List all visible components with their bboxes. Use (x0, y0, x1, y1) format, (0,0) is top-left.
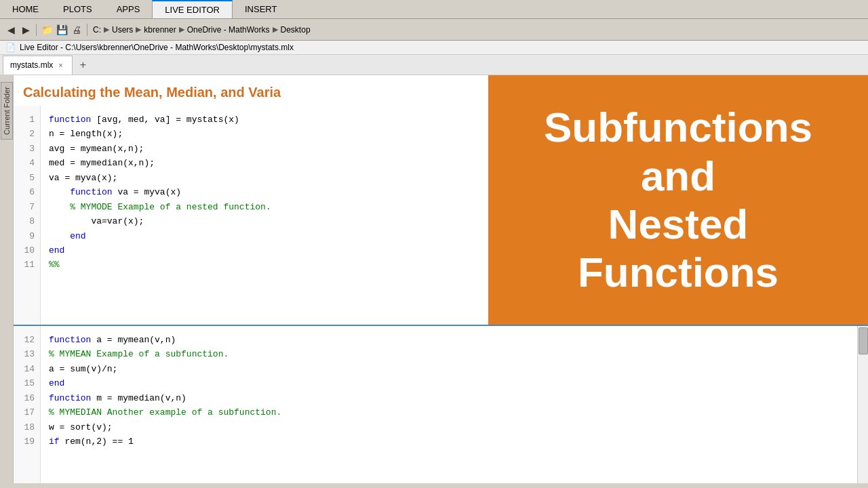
line-numbers-top: 1234567891011 (14, 106, 41, 325)
live-editor-header: 📄 Live Editor - C:\Users\kbrenner\OneDri… (0, 41, 868, 55)
file-tab-mystats[interactable]: mystats.mlx × (3, 56, 73, 75)
menu-plots[interactable]: PLOTS (51, 0, 104, 18)
scrollbar-thumb[interactable] (859, 327, 868, 354)
breadcrumb-part-5[interactable]: Desktop (281, 25, 311, 35)
code-content-bottom[interactable]: function a = mymean(v,n) % MYMEAN Exampl… (41, 326, 857, 483)
menu-insert[interactable]: INSERT (233, 0, 289, 18)
line-numbers-bottom: 1213141516171819 (14, 326, 41, 483)
code-panels: Calculating the Mean, Median, and Varia … (14, 75, 868, 483)
tab-add-button[interactable]: + (75, 58, 90, 73)
menu-home[interactable]: HOME (0, 0, 51, 18)
back-button[interactable]: ◀ (3, 22, 18, 37)
code-panel-bottom: 1213141516171819 function a = mymean(v,n… (14, 326, 868, 483)
print-icon[interactable]: 🖨 (69, 22, 84, 37)
menu-bar: HOME PLOTS APPS LIVE EDITOR INSERT (0, 0, 868, 19)
toolbar-separator-1 (36, 24, 37, 36)
code-panel-top: Calculating the Mean, Median, and Varia … (14, 75, 868, 326)
file-tab-row: mystats.mlx × + (0, 55, 868, 75)
breadcrumb-sep-2: ▶ (136, 25, 141, 34)
breadcrumb-part-4[interactable]: OneDrive - MathWorks (187, 25, 270, 35)
menu-live-editor[interactable]: LIVE EDITOR (152, 0, 233, 18)
menu-apps[interactable]: APPS (104, 0, 153, 18)
breadcrumb-sep-4: ▶ (273, 25, 278, 34)
current-folder-tab[interactable]: Current Folder (1, 82, 13, 140)
breadcrumb-part-1[interactable]: C: (93, 25, 101, 35)
tab-close-button[interactable]: × (56, 60, 65, 70)
editor-area: Calculating the Mean, Median, and Varia … (14, 75, 868, 483)
breadcrumb-sep-3: ▶ (179, 25, 184, 34)
scrollbar-track[interactable] (857, 326, 868, 483)
file-folder-icon: 📄 (5, 43, 16, 52)
live-editor-path: Live Editor - C:\Users\kbrenner\OneDrive… (20, 43, 294, 52)
overlay-title: Subfunctions and Nested Functions (544, 103, 812, 296)
breadcrumb: C: ▶ Users ▶ kbrenner ▶ OneDrive - MathW… (93, 25, 311, 35)
left-sidebar: Current Folder (0, 75, 14, 483)
toolbar: ◀ ▶ 📁 💾 🖨 C: ▶ Users ▶ kbrenner ▶ OneDri… (0, 19, 868, 41)
main-layout: Current Folder Calculating the Mean, Med… (0, 75, 868, 483)
breadcrumb-sep-1: ▶ (104, 25, 109, 34)
breadcrumb-part-2[interactable]: Users (112, 25, 133, 35)
orange-overlay: Subfunctions and Nested Functions (488, 75, 868, 325)
toolbar-separator-2 (87, 24, 87, 36)
file-tab-name: mystats.mlx (10, 60, 53, 70)
forward-button[interactable]: ▶ (18, 22, 33, 37)
folder-open-icon[interactable]: 📁 (39, 22, 54, 37)
breadcrumb-part-3[interactable]: kbrenner (144, 25, 176, 35)
save-icon[interactable]: 💾 (54, 22, 69, 37)
